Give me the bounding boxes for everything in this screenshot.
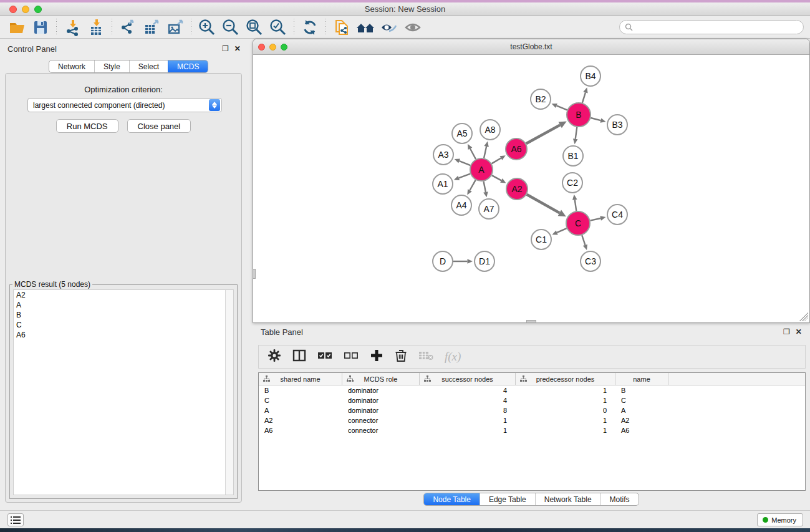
cell-MCDS-role[interactable]: connector: [342, 427, 420, 434]
import-table-icon[interactable]: [84, 17, 108, 37]
result-item[interactable]: A: [14, 300, 233, 310]
task-history-button[interactable]: [7, 513, 24, 526]
deselect-all-columns-icon[interactable]: [344, 350, 359, 364]
graph-edge-A-A6[interactable]: [491, 158, 501, 163]
cell-predecessor-nodes[interactable]: 1: [516, 397, 615, 404]
open-session-icon[interactable]: [5, 17, 29, 37]
table-settings-gear-icon[interactable]: [268, 349, 281, 365]
cell-successor-nodes[interactable]: 1: [420, 427, 516, 434]
clone-network-icon[interactable]: [330, 17, 354, 37]
zoom-out-icon[interactable]: [219, 17, 243, 37]
tab-motifs[interactable]: Motifs: [600, 493, 639, 505]
graph-edge-A-A8[interactable]: [484, 147, 486, 158]
cell-name[interactable]: B: [615, 387, 668, 394]
create-column-plus-icon[interactable]: [370, 349, 383, 365]
network-view-canvas[interactable]: B4B2BB3A5A8A6A3B1AA1C2A2A4A7C4CC1C3DD1: [253, 56, 809, 322]
resize-grip-icon[interactable]: [799, 312, 808, 321]
table-row[interactable]: A2connector11A2: [259, 415, 805, 425]
graph-edge-A2-C[interactable]: [527, 195, 560, 213]
cell-shared-name[interactable]: B: [259, 387, 342, 394]
home-icon[interactable]: [354, 17, 377, 37]
tab-style[interactable]: Style: [94, 60, 129, 72]
control-panel-close-icon[interactable]: ✕: [234, 44, 241, 53]
cell-shared-name[interactable]: A6: [259, 427, 342, 434]
close-panel-button[interactable]: Close panel: [127, 119, 191, 133]
graphics-details-icon[interactable]: [377, 17, 401, 37]
tab-network[interactable]: Network: [49, 60, 94, 72]
node-table[interactable]: shared nameMCDS rolesuccessor nodesprede…: [258, 372, 806, 491]
graph-edge-B-B1[interactable]: [576, 127, 577, 139]
table-panel-close-icon[interactable]: ✕: [796, 327, 802, 336]
run-mcds-button[interactable]: Run MCDS: [56, 119, 118, 133]
result-item[interactable]: B: [14, 310, 233, 320]
graph-edge-A-A1[interactable]: [459, 174, 470, 178]
search-field[interactable]: [619, 20, 804, 34]
column-header-name[interactable]: name: [615, 373, 668, 385]
cell-name[interactable]: A6: [615, 427, 668, 434]
cell-shared-name[interactable]: A2: [259, 417, 342, 424]
result-item[interactable]: A2: [14, 290, 233, 300]
delete-column-trash-icon[interactable]: [395, 349, 407, 365]
import-network-icon[interactable]: [60, 17, 84, 37]
optimization-criterion-dropdown[interactable]: largest connected component (directed): [27, 98, 222, 112]
cell-predecessor-nodes[interactable]: 0: [516, 407, 615, 414]
control-panel-float-icon[interactable]: ❐: [222, 44, 229, 53]
cell-shared-name[interactable]: A: [259, 407, 342, 414]
column-header-predecessor-nodes[interactable]: predecessor nodes: [516, 373, 615, 385]
graph-edge-B-B3[interactable]: [591, 118, 600, 120]
cell-name[interactable]: A2: [615, 417, 668, 424]
cell-predecessor-nodes[interactable]: 1: [516, 387, 615, 394]
graph-edge-A-A3[interactable]: [460, 161, 471, 165]
column-header-successor-nodes[interactable]: successor nodes: [420, 373, 516, 385]
refresh-icon[interactable]: [298, 17, 322, 37]
panel-grab-handle-left[interactable]: [253, 269, 256, 279]
show-hide-panels-eye-icon[interactable]: [401, 17, 425, 37]
cell-shared-name[interactable]: C: [259, 397, 342, 404]
cell-successor-nodes[interactable]: 8: [420, 407, 516, 414]
network-graph[interactable]: B4B2BB3A5A8A6A3B1AA1C2A2A4A7C4CC1C3DD1: [253, 56, 809, 322]
cell-successor-nodes[interactable]: 4: [420, 387, 516, 394]
graph-edge-C-C1[interactable]: [557, 228, 567, 233]
zoom-selected-icon[interactable]: [266, 17, 290, 37]
cell-successor-nodes[interactable]: 1: [420, 417, 516, 424]
zoom-fit-icon[interactable]: [243, 17, 266, 37]
export-network-icon[interactable]: [116, 17, 140, 37]
graph-edge-B-B2[interactable]: [556, 105, 567, 110]
cell-successor-nodes[interactable]: 4: [420, 397, 516, 404]
cell-MCDS-role[interactable]: connector: [342, 417, 420, 424]
cell-MCDS-role[interactable]: dominator: [342, 387, 420, 394]
table-row[interactable]: Adominator80A: [259, 405, 805, 415]
cell-MCDS-role[interactable]: dominator: [342, 407, 420, 414]
table-row[interactable]: A6connector11A6: [259, 425, 805, 435]
save-session-icon[interactable]: [29, 17, 52, 37]
cell-name[interactable]: C: [615, 397, 668, 404]
column-header-shared-name[interactable]: shared name: [259, 373, 342, 385]
graph-edge-C-C2[interactable]: [575, 200, 576, 211]
graph-edge-A-A7[interactable]: [484, 181, 486, 192]
table-row[interactable]: Cdominator41C: [259, 395, 805, 405]
tab-network-table[interactable]: Network Table: [535, 493, 600, 505]
cell-name[interactable]: A: [615, 407, 668, 414]
graph-edge-C-C4[interactable]: [591, 218, 601, 221]
cell-MCDS-role[interactable]: dominator: [342, 397, 420, 404]
tab-edge-table[interactable]: Edge Table: [480, 493, 535, 505]
table-panel-float-icon[interactable]: ❐: [783, 327, 790, 336]
cell-predecessor-nodes[interactable]: 1: [516, 427, 615, 434]
graph-edge-C-C3[interactable]: [582, 235, 585, 245]
table-row[interactable]: Bdominator41B: [259, 385, 805, 395]
column-header-MCDS-role[interactable]: MCDS role: [342, 373, 420, 385]
tab-node-table[interactable]: Node Table: [424, 493, 480, 505]
select-all-columns-icon[interactable]: [317, 350, 332, 364]
network-window-titlebar[interactable]: testGlobe.txt: [253, 39, 809, 55]
panel-grab-handle-bottom[interactable]: [526, 320, 536, 323]
graph-edge-A6-B[interactable]: [526, 125, 560, 143]
mcds-result-list[interactable]: A2ABCA6: [13, 289, 234, 495]
graph-edge-A-A5[interactable]: [470, 148, 476, 159]
graph-edge-A-A4[interactable]: [470, 180, 475, 190]
export-table-icon[interactable]: [140, 17, 163, 37]
zoom-in-icon[interactable]: [195, 17, 219, 37]
memory-button[interactable]: Memory: [757, 513, 803, 526]
show-column-panel-icon[interactable]: [292, 349, 306, 365]
tab-select[interactable]: Select: [129, 60, 168, 72]
cell-predecessor-nodes[interactable]: 1: [516, 417, 615, 424]
